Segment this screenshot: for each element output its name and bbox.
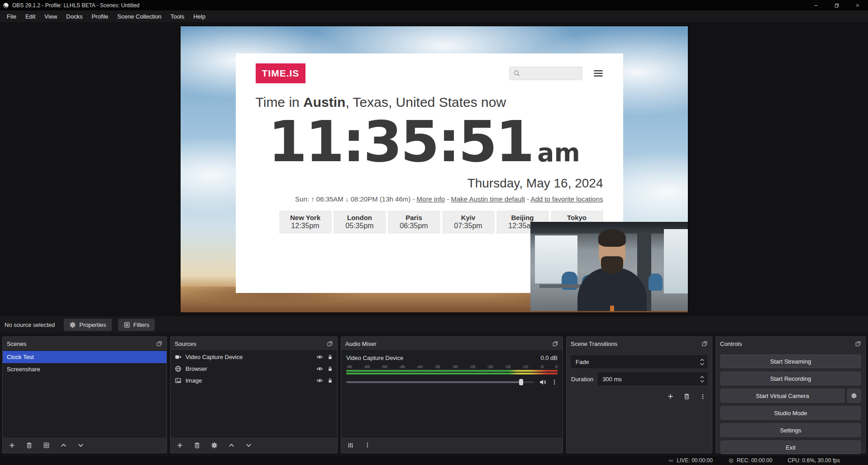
popout-icon[interactable] [855,340,861,347]
speaker-icon[interactable] [539,379,546,386]
live-status: LIVE: 00:00:00 [668,457,712,464]
advanced-audio-icon[interactable] [347,442,354,449]
menu-edit[interactable]: Edit [21,13,40,20]
hamburger-menu-icon [593,69,603,77]
remove-scene-button[interactable] [26,442,33,449]
camera-icon [175,354,181,360]
add-transition-button[interactable] [667,393,674,400]
popout-icon[interactable] [156,340,162,347]
scenes-dock: Scenes Clock Test Screenshare [2,336,167,453]
visibility-eye-icon[interactable] [316,377,323,384]
menu-profile[interactable]: Profile [87,13,113,20]
scene-transitions-dock: Scene Transitions Fade Duration 300 ms [566,336,712,453]
exit-button[interactable]: Exit [720,441,861,454]
move-source-up-button[interactable] [228,442,235,449]
duration-spinbox[interactable]: 300 ms [598,373,707,385]
kebab-menu-icon[interactable] [364,442,371,448]
transition-select[interactable]: Fade [571,355,707,368]
source-item-image[interactable]: Image [171,374,337,386]
remove-transition-button[interactable] [683,393,690,400]
start-streaming-button[interactable]: Start Streaming [720,355,861,368]
source-item-video-capture[interactable]: Video Capture Device [171,351,337,363]
person-head [599,230,625,273]
move-source-down-button[interactable] [245,442,252,449]
sources-dock-header: Sources [171,337,337,350]
timeis-logo: TIME.IS [256,63,306,83]
popout-icon[interactable] [552,340,558,347]
maximize-button[interactable] [826,0,847,10]
timeis-sun-line: Sun: ↑ 06:35AM ↓ 08:20PM (13h 46m) - Mor… [256,195,603,203]
menu-docks[interactable]: Docks [62,13,87,20]
visibility-eye-icon[interactable] [316,354,323,360]
audio-mixer-dock: Audio Mixer Video Capture Device 0.0 dB … [341,336,563,453]
controls-dock: Controls Start Streaming Start Recording… [715,336,866,453]
sources-list: Video Capture Device Browser Image [171,350,337,437]
duration-spin-arrows[interactable] [697,373,707,385]
source-status-label: No source selected [5,321,55,328]
scene-filters-button[interactable] [43,442,50,449]
sources-dock-title: Sources [175,340,196,347]
audio-mixer-toolbar [341,437,563,453]
lock-icon[interactable] [327,378,333,384]
close-button[interactable] [847,0,868,10]
transition-select-arrows[interactable] [697,356,707,368]
webcam-overlay [530,222,688,311]
properties-button[interactable]: Properties [64,319,111,331]
favorite-link: Add to favorite locations [530,195,603,203]
lock-icon[interactable] [327,366,333,372]
restore-icon [834,3,839,8]
scenes-toolbar [3,437,167,453]
move-scene-down-button[interactable] [77,442,84,449]
titlebar: OBS 29.1.2 - Profile: LLHLS BETA - Scene… [0,0,868,10]
add-source-button[interactable] [176,442,183,449]
more-info-link: More info [417,195,445,203]
transition-properties-kebab-icon[interactable] [700,393,706,400]
gear-icon [69,321,76,328]
volume-slider[interactable] [346,379,534,386]
preview-canvas[interactable]: TIME.IS Time in Austin, Texas, United St… [181,26,688,312]
remove-source-button[interactable] [194,442,200,449]
studio-mode-button[interactable]: Studio Mode [720,406,861,420]
source-item-browser[interactable]: Browser [171,363,337,374]
audio-mixer-header: Audio Mixer [341,337,563,350]
city-box-newyork: New York12:35pm [279,211,332,234]
record-icon [728,458,734,464]
start-recording-button[interactable]: Start Recording [720,372,861,385]
volume-slider-handle[interactable] [519,379,523,385]
audio-mixer-body: Video Capture Device 0.0 dB -60-55-50-45… [341,350,563,437]
add-scene-button[interactable] [9,442,15,449]
scene-transitions-title: Scene Transitions [571,340,617,347]
kebab-menu-icon[interactable] [551,379,558,385]
menu-scene-collection[interactable]: Scene Collection [113,13,166,20]
visibility-eye-icon[interactable] [316,365,323,372]
menu-tools[interactable]: Tools [166,13,189,20]
start-virtual-camera-button[interactable]: Start Virtual Camera [720,389,844,403]
webcam-person [577,227,647,311]
menu-view[interactable]: View [40,13,62,20]
timeis-date: Thursday, May 16, 2024 [256,176,603,191]
popout-icon[interactable] [327,340,333,347]
mixer-channel-name: Video Capture Device [346,355,403,361]
scenes-dock-header: Scenes [3,337,167,350]
scene-item-screenshare[interactable]: Screenshare [3,363,167,375]
close-icon [855,3,860,8]
scene-transitions-body: Fade Duration 300 ms [567,350,712,400]
gear-icon [851,393,857,399]
filters-button[interactable]: Filters [118,319,155,331]
virtual-camera-config-button[interactable] [847,389,861,403]
move-scene-up-button[interactable] [60,442,67,449]
lock-icon[interactable] [327,354,333,360]
person-hair [598,229,626,247]
volume-meter-bar [346,373,558,374]
volume-meter [346,370,558,374]
popout-icon[interactable] [701,340,708,347]
source-properties-button[interactable] [211,442,218,449]
controls-dock-title: Controls [720,340,742,347]
webcam-chair [649,273,663,290]
menu-file[interactable]: File [2,13,21,20]
mixer-scale: -60-55-50-45-40-35-30-25-20-15-10-50 [346,364,558,369]
settings-button[interactable]: Settings [720,423,861,437]
minimize-button[interactable] [806,0,826,10]
scene-item-clock-test[interactable]: Clock Test [3,351,167,363]
menu-help[interactable]: Help [189,13,210,20]
